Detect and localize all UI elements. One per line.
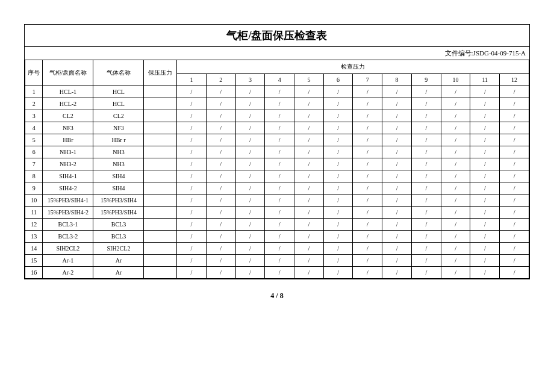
cell-hold — [144, 207, 177, 219]
cell-check: / — [177, 110, 207, 122]
cell-check: / — [470, 158, 500, 170]
cell-check: / — [353, 231, 382, 243]
cell-check: / — [235, 243, 265, 255]
cell-check: / — [323, 86, 353, 98]
cell-check: / — [177, 158, 207, 170]
cell-check: / — [470, 122, 500, 134]
cell-seq: 2 — [25, 98, 43, 110]
cell-check: / — [235, 255, 265, 267]
cell-check: / — [411, 243, 441, 255]
cell-check: / — [265, 86, 294, 98]
cell-check: / — [411, 86, 441, 98]
cell-check: / — [177, 170, 207, 182]
cell-cabinet: 15%PH3/SIH4-2 — [43, 207, 93, 219]
header-col: 7 — [353, 74, 382, 86]
cell-gas: BCL3 — [93, 219, 144, 231]
cell-check: / — [500, 98, 529, 110]
cell-check: / — [294, 110, 324, 122]
cell-check: / — [265, 255, 294, 267]
cell-gas: Ar — [93, 267, 144, 279]
cell-check: / — [470, 170, 500, 182]
cell-check: / — [441, 267, 470, 279]
cell-check: / — [294, 231, 324, 243]
cell-check: / — [470, 146, 500, 158]
cell-check: / — [411, 158, 441, 170]
cell-check: / — [206, 243, 235, 255]
cell-check: / — [500, 86, 529, 98]
cell-cabinet: 15%PH3/SIH4-1 — [43, 194, 93, 207]
cell-check: / — [382, 86, 412, 98]
cell-cabinet: SIH4-1 — [43, 170, 93, 182]
cell-gas: Ar — [93, 255, 144, 267]
cell-check: / — [177, 146, 207, 158]
cell-gas: SIH4 — [93, 182, 144, 194]
cell-check: / — [323, 170, 353, 182]
cell-check: / — [382, 170, 412, 182]
cell-check: / — [382, 158, 412, 170]
cell-cabinet: NF3 — [43, 122, 93, 134]
cell-check: / — [470, 219, 500, 231]
cell-check: / — [411, 231, 441, 243]
table-row: 12BCL3-1BCL3//////////// — [25, 219, 529, 231]
cell-check: / — [206, 182, 235, 194]
cell-check: / — [177, 267, 207, 279]
cell-check: / — [294, 86, 324, 98]
cell-check: / — [411, 170, 441, 182]
cell-check: / — [470, 110, 500, 122]
cell-check: / — [206, 194, 235, 207]
cell-hold — [144, 122, 177, 134]
cell-seq: 12 — [25, 219, 43, 231]
inspection-sheet: 气柜/盘面保压检查表 文件编号:JSDG-04-09-715-A 序号 气柜/盘… — [24, 24, 530, 279]
cell-check: / — [353, 86, 382, 98]
cell-check: / — [500, 134, 529, 146]
header-col: 12 — [500, 74, 529, 86]
cell-check: / — [500, 194, 529, 207]
header-col: 11 — [470, 74, 500, 86]
cell-check: / — [177, 243, 207, 255]
cell-check: / — [353, 170, 382, 182]
cell-check: / — [206, 86, 235, 98]
cell-cabinet: NH3-2 — [43, 158, 93, 170]
cell-hold — [144, 146, 177, 158]
cell-check: / — [382, 231, 412, 243]
cell-check: / — [294, 122, 324, 134]
cell-check: / — [177, 122, 207, 134]
cell-hold — [144, 194, 177, 207]
cell-check: / — [177, 255, 207, 267]
sheet-title: 气柜/盘面保压检查表 — [25, 25, 529, 47]
cell-check: / — [500, 158, 529, 170]
cell-seq: 7 — [25, 158, 43, 170]
cell-check: / — [500, 170, 529, 182]
cell-check: / — [323, 122, 353, 134]
header-col: 2 — [206, 74, 235, 86]
cell-check: / — [235, 194, 265, 207]
cell-hold — [144, 182, 177, 194]
cell-check: / — [177, 194, 207, 207]
cell-check: / — [265, 231, 294, 243]
cell-check: / — [323, 219, 353, 231]
cell-check: / — [294, 134, 324, 146]
cell-check: / — [353, 182, 382, 194]
cell-check: / — [411, 122, 441, 134]
cell-cabinet: SIH4-2 — [43, 182, 93, 194]
cell-check: / — [353, 98, 382, 110]
cell-check: / — [382, 207, 412, 219]
table-row: 4NF3NF3//////////// — [25, 122, 529, 134]
cell-check: / — [500, 122, 529, 134]
cell-hold — [144, 243, 177, 255]
header-hold: 保压压力 — [144, 60, 177, 86]
cell-check: / — [353, 243, 382, 255]
cell-check: / — [441, 231, 470, 243]
table-row: 9SIH4-2SIH4//////////// — [25, 182, 529, 194]
page-indicator: 4 / 8 — [24, 291, 530, 300]
cell-check: / — [500, 207, 529, 219]
table-row: 6NH3-1NH3//////////// — [25, 146, 529, 158]
cell-check: / — [470, 134, 500, 146]
cell-check: / — [294, 255, 324, 267]
cell-check: / — [206, 98, 235, 110]
cell-check: / — [411, 182, 441, 194]
cell-check: / — [206, 231, 235, 243]
header-col: 3 — [235, 74, 265, 86]
cell-gas: HCL — [93, 98, 144, 110]
cell-check: / — [353, 146, 382, 158]
